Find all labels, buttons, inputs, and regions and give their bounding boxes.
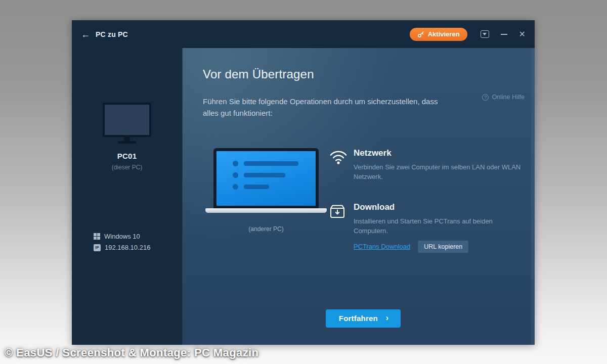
sidebar: PC01 (dieser PC) Windows 10 IP 192.168.1… [72, 48, 182, 345]
network-section-body: Netzwerk Verbinden Sie zwei Computer im … [350, 148, 524, 182]
tray-arrow-icon [483, 33, 487, 35]
download-actions: PCTrans Download URL kopieren [354, 241, 524, 253]
laptop-base [205, 208, 327, 213]
ip-icon: IP [94, 244, 101, 251]
download-description: Installieren und Starten Sie PCTrans auf… [354, 216, 524, 236]
pc-name: PC01 [72, 152, 182, 160]
image-credit-caption: © EasUS / Screenshot & Montage: PC Magaz… [5, 346, 258, 359]
pctrans-download-link[interactable]: PCTrans Download [354, 243, 410, 250]
laptop-list-row [233, 161, 316, 166]
activate-button[interactable]: Aktivieren [410, 28, 467, 41]
continue-wrapper: Fortfahren › [203, 309, 524, 328]
list-dot [233, 184, 238, 190]
windows-logo-icon [94, 233, 100, 240]
pc-subtitle: (dieser PC) [72, 164, 182, 171]
other-pc-illustration: (anderer PC) [203, 148, 329, 253]
list-bar [244, 161, 298, 166]
close-icon[interactable]: ✕ [519, 30, 526, 38]
app-window: ← PC zu PC Aktivieren ✕ PC01 (dieser PC) [72, 20, 535, 345]
laptop-list-row [233, 184, 316, 190]
window-title: PC zu PC [96, 30, 128, 38]
os-label: Windows 10 [104, 233, 140, 240]
download-box-icon [329, 202, 350, 253]
list-dot [233, 161, 238, 166]
monitor-base [118, 141, 136, 144]
page-title: Vor dem Übertragen [203, 67, 524, 81]
other-pc-caption: (anderer PC) [203, 225, 329, 233]
help-icon: ? [482, 94, 489, 101]
sidebar-system-info: Windows 10 IP 192.168.10.216 [94, 229, 150, 251]
desktop-monitor-icon [102, 103, 152, 144]
content-row: (anderer PC) Netzwerk Verbinden Sie zwei… [203, 148, 524, 253]
back-icon[interactable]: ← [81, 30, 90, 39]
monitor-neck [124, 137, 130, 141]
wifi-icon [329, 148, 350, 182]
intro-line-2: alles gut funktioniert: [203, 107, 524, 119]
network-title: Netzwerk [354, 148, 524, 158]
list-dot [233, 172, 238, 178]
chevron-right-icon: › [386, 314, 388, 322]
monitor-screen [103, 103, 151, 137]
steps-column: Netzwerk Verbinden Sie zwei Computer im … [329, 148, 524, 253]
main-panel: Vor dem Übertragen ? Online Hilfe Führen… [182, 48, 535, 345]
download-section: Download Installieren und Starten Sie PC… [329, 202, 524, 253]
network-description: Verbinden Sie zwei Computer im selben LA… [354, 162, 524, 182]
download-section-body: Download Installieren und Starten Sie PC… [350, 202, 524, 253]
ip-address: 192.168.10.216 [105, 244, 150, 251]
titlebar: ← PC zu PC Aktivieren ✕ [72, 20, 535, 48]
continue-button[interactable]: Fortfahren › [326, 309, 401, 328]
window-controls: ✕ [481, 30, 526, 38]
list-bar [244, 185, 269, 189]
ip-row: IP 192.168.10.216 [94, 244, 150, 251]
app-body: PC01 (dieser PC) Windows 10 IP 192.168.1… [72, 48, 535, 345]
key-icon [417, 31, 424, 38]
activate-button-label: Aktivieren [428, 30, 460, 38]
intro-text: Führen Sie bitte folgende Operationen du… [203, 96, 524, 119]
laptop-list-row [233, 172, 316, 178]
os-row: Windows 10 [94, 233, 150, 240]
copy-url-button[interactable]: URL kopieren [418, 241, 468, 253]
minimize-to-tray-icon[interactable] [481, 30, 489, 38]
laptop-icon [213, 148, 319, 209]
minimize-icon[interactable] [501, 34, 507, 35]
download-title: Download [354, 202, 524, 212]
list-bar [244, 173, 285, 177]
online-help-label: Online Hilfe [492, 94, 525, 101]
online-help-link[interactable]: ? Online Hilfe [482, 94, 525, 101]
continue-button-label: Fortfahren [339, 314, 378, 323]
intro-line-1: Führen Sie bitte folgende Operationen du… [203, 96, 524, 107]
network-section: Netzwerk Verbinden Sie zwei Computer im … [329, 148, 524, 182]
